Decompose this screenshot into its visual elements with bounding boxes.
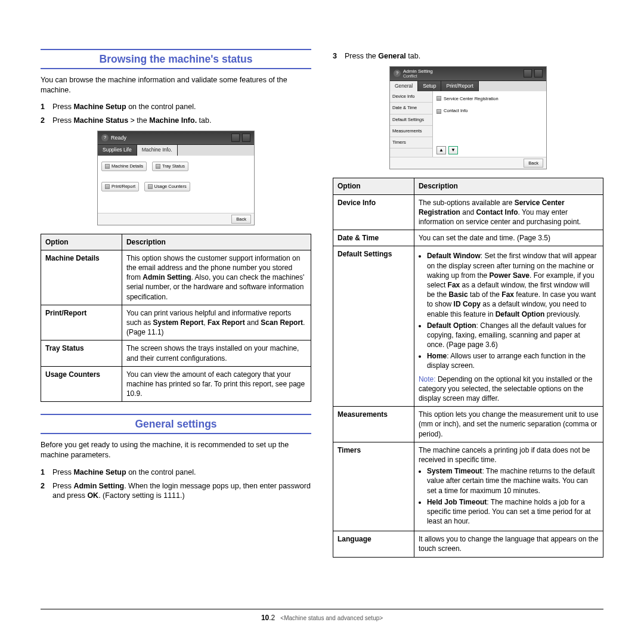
arrow-down-icon: ▼ <box>448 146 458 154</box>
option-cell: Measurements <box>333 407 414 442</box>
text: tab. <box>197 116 211 125</box>
section-title-general: General settings <box>41 417 311 432</box>
back-button: Back <box>524 159 543 168</box>
link-service-center: Service Center Registration <box>444 96 499 102</box>
btn-machine-details: Machine Details <box>101 162 147 171</box>
option-cell: Timers <box>333 442 414 531</box>
subtitle-conflict: Conflict <box>403 74 433 78</box>
bold: Machine Info. <box>149 116 197 125</box>
step-text: Press Machine Setup on the control panel… <box>52 102 311 112</box>
option-cell: Language <box>333 531 414 557</box>
option-cell: Usage Counters <box>41 366 122 402</box>
browsing-steps: 1 Press Machine Setup on the control pan… <box>41 102 311 126</box>
option-cell: Machine Details <box>41 250 122 305</box>
description-cell: Default Window: Set the first window tha… <box>414 246 603 407</box>
tab-general: General <box>390 81 418 91</box>
text: Press <box>52 103 73 111</box>
description-cell: The screen shows the trays installed on … <box>122 340 311 366</box>
browsing-intro: You can browse the machine information a… <box>41 75 311 95</box>
description-cell: The sub-options available are Service Ce… <box>414 194 603 230</box>
table-row: Tray Status The screen shows the trays i… <box>41 340 311 366</box>
toolbar-icon <box>534 69 543 78</box>
description-cell: You can view the amount of each category… <box>122 366 311 402</box>
text: Press <box>52 116 73 125</box>
table-row: Date & Time You can set the date and tim… <box>333 230 603 246</box>
nav-measurements: Measurements <box>390 126 432 137</box>
page-footer: 10.2 <Machine status and advanced setup> <box>41 609 603 623</box>
screenshot-machine-info: ? Ready Supplies Life Machine Info. Mach… <box>97 131 255 225</box>
table-row: Language It allows you to change the lan… <box>333 531 603 557</box>
step-number: 1 <box>41 102 52 112</box>
toolbar-icon <box>242 134 250 142</box>
nav-default-settings: Default Settings <box>390 114 432 126</box>
description-cell: This option lets you change the measurem… <box>414 407 603 442</box>
text: > the <box>128 116 149 125</box>
table-row: Default Settings Default Window: Set the… <box>333 246 603 407</box>
col-option: Option <box>333 178 414 194</box>
toolbar-icon <box>524 69 532 78</box>
description-cell: This option shows the customer support i… <box>122 250 311 305</box>
step-text: Press Machine Setup on the control panel… <box>52 467 311 478</box>
link-icon <box>436 109 441 114</box>
nav-date-time: Date & Time <box>390 103 432 114</box>
machine-info-options-table: Option Description Machine Details This … <box>41 234 311 402</box>
option-cell: Default Settings <box>333 246 414 407</box>
step-number: 1 <box>41 467 52 478</box>
general-options-table: Option Description Device Info The sub-o… <box>333 178 603 557</box>
link-icon <box>436 96 441 101</box>
section-title-browsing: Browsing the machine's status <box>41 52 311 67</box>
table-row: Usage Counters You can view the amount o… <box>41 366 311 402</box>
toolbar-icon <box>231 134 240 142</box>
step-text: Press the General tab. <box>345 51 603 61</box>
text: on the control panel. <box>126 103 196 111</box>
step-number: 2 <box>41 116 52 126</box>
help-icon: ? <box>394 70 401 77</box>
screenshot-admin-general: ? Admin Setting Conflict General Setup P… <box>389 66 547 170</box>
col-option: Option <box>41 234 122 250</box>
arrow-up-icon: ▲ <box>436 146 446 154</box>
nav-device-info: Device Info <box>390 91 432 103</box>
tab-supplies-life: Supplies Life <box>98 145 137 155</box>
btn-print-report: Print/Report <box>101 182 139 191</box>
description-cell: The machine cancels a printing job if da… <box>414 442 603 531</box>
link-contact-info: Contact Info <box>444 108 467 114</box>
bold: Machine Status <box>73 116 128 125</box>
title-admin-setting: Admin Setting <box>403 69 433 74</box>
description-cell: You can set the date and time. (Page 3.5… <box>414 230 603 246</box>
step-number: 3 <box>333 51 345 61</box>
bold: Machine Setup <box>73 103 126 111</box>
tab-machine-info: Machine Info. <box>137 145 178 155</box>
tab-print-report: Print/Report <box>441 81 478 91</box>
table-row: Measurements This option lets you change… <box>333 407 603 442</box>
option-cell: Date & Time <box>333 230 414 246</box>
table-row: Device Info The sub-options available ar… <box>333 194 603 230</box>
general-intro: Before you get ready to using the machin… <box>41 440 311 460</box>
btn-usage-counters: Usage Counters <box>144 182 190 191</box>
note-label: Note: <box>419 375 436 383</box>
col-description: Description <box>414 178 603 194</box>
back-button: Back <box>231 215 251 224</box>
table-row: Print/Report You can print various helpf… <box>41 305 311 340</box>
table-row: Machine Details This option shows the cu… <box>41 250 311 305</box>
general-steps-cont: 3 Press the General tab. <box>333 51 603 61</box>
step-text: Press Machine Status > the Machine Info.… <box>52 116 311 126</box>
description-cell: It allows you to change the language tha… <box>414 531 603 557</box>
step-text: Press Admin Setting. When the login mess… <box>52 481 311 501</box>
nav-timers: Timers <box>390 137 432 148</box>
step-number: 2 <box>41 481 52 501</box>
help-icon: ? <box>101 134 109 141</box>
general-steps: 1 Press Machine Setup on the control pan… <box>41 467 311 501</box>
status-ready: Ready <box>111 134 126 141</box>
btn-tray-status: Tray Status <box>152 162 188 171</box>
option-cell: Print/Report <box>41 305 122 340</box>
option-cell: Device Info <box>333 194 414 230</box>
option-cell: Tray Status <box>41 340 122 366</box>
table-row: Timers The machine cancels a printing jo… <box>333 442 603 531</box>
footer-crumb: <Machine status and advanced setup> <box>280 615 383 621</box>
tab-setup: Setup <box>418 81 441 91</box>
col-description: Description <box>122 234 311 250</box>
description-cell: You can print various helpful and inform… <box>122 305 311 340</box>
